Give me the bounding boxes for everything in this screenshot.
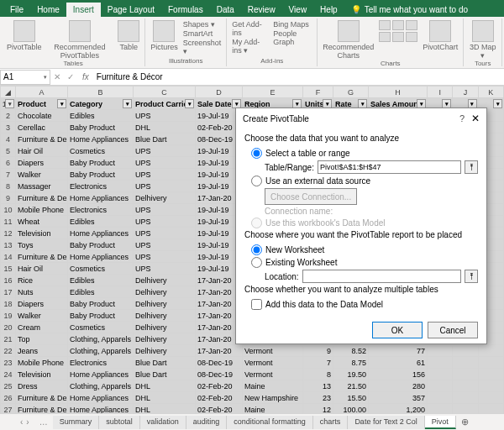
- row-header[interactable]: 22: [1, 345, 16, 357]
- cell[interactable]: Chocolate: [16, 110, 68, 122]
- pivottable-button[interactable]: PivotTable: [7, 20, 42, 51]
- menu-file[interactable]: File: [3, 3, 30, 17]
- cell[interactable]: 12: [303, 404, 333, 414]
- table-header-cell[interactable]: Category: [68, 98, 134, 110]
- cell[interactable]: 21.50: [333, 380, 369, 392]
- cell[interactable]: Vermont: [243, 369, 303, 380]
- menu-help[interactable]: Help: [313, 3, 344, 17]
- cell[interactable]: Maine: [243, 380, 303, 392]
- cell[interactable]: Walker: [16, 310, 68, 322]
- col-header[interactable]: A: [16, 87, 68, 98]
- table-header-cell[interactable]: Product: [16, 98, 68, 110]
- new-sheet-button[interactable]: ⊕: [456, 415, 474, 429]
- cell[interactable]: Television: [16, 369, 68, 380]
- row-header[interactable]: 23: [1, 357, 16, 369]
- cell[interactable]: Mobile Phone: [16, 204, 68, 216]
- tab-nav-next[interactable]: ›: [26, 417, 34, 427]
- cell[interactable]: UPS: [134, 169, 196, 181]
- table-header-cell[interactable]: Product Carrier: [134, 98, 196, 110]
- cell[interactable]: 9: [303, 345, 333, 357]
- sheet-tab[interactable]: Pivot: [425, 416, 456, 429]
- cell[interactable]: Baby Product: [68, 169, 134, 181]
- row-header[interactable]: 16: [1, 275, 16, 286]
- cell[interactable]: Delhivery: [134, 322, 196, 333]
- cell[interactable]: DHL: [134, 392, 196, 404]
- cell[interactable]: Home Appliances: [68, 228, 134, 239]
- col-header[interactable]: E: [243, 87, 303, 98]
- chart-type-icon[interactable]: [392, 20, 404, 30]
- row-header[interactable]: 20: [1, 322, 16, 333]
- col-header[interactable]: D: [196, 87, 243, 98]
- cell[interactable]: Delhivery: [134, 192, 196, 204]
- table-button[interactable]: Table: [118, 20, 139, 51]
- sheet-tab[interactable]: Summary: [53, 416, 100, 429]
- close-icon[interactable]: ✕: [471, 113, 480, 124]
- formula-input[interactable]: Furniture & Décor: [94, 72, 504, 81]
- fx-icon[interactable]: fx: [77, 72, 94, 81]
- cell[interactable]: Furniture & De: [16, 192, 68, 204]
- cell[interactable]: Baby Product: [68, 122, 134, 134]
- col-header[interactable]: C: [134, 87, 196, 98]
- cell[interactable]: Television: [16, 228, 68, 239]
- enter-icon[interactable]: ✓: [64, 72, 77, 81]
- location-picker-icon[interactable]: ⭱: [465, 270, 478, 283]
- col-header[interactable]: B: [68, 87, 134, 98]
- cell[interactable]: 8.75: [333, 357, 369, 369]
- cell[interactable]: Edibles: [68, 216, 134, 228]
- cell[interactable]: Hair Oil: [16, 263, 68, 275]
- cell[interactable]: UPS: [134, 181, 196, 192]
- cell[interactable]: Home Appliances: [68, 369, 134, 380]
- col-header[interactable]: G: [333, 87, 369, 98]
- row-header[interactable]: 21: [1, 333, 16, 345]
- cell[interactable]: Wheat: [16, 216, 68, 228]
- cell[interactable]: 8.52: [333, 345, 369, 357]
- cell[interactable]: Baby Product: [68, 298, 134, 310]
- select-all[interactable]: ◢: [1, 87, 16, 98]
- cell[interactable]: Electronics: [68, 181, 134, 192]
- cell[interactable]: Clothing, Apparels: [68, 345, 134, 357]
- cell[interactable]: Baby Product: [68, 239, 134, 251]
- cancel-icon[interactable]: ✕: [50, 72, 64, 81]
- tab-nav-prev[interactable]: ‹: [17, 417, 26, 427]
- sheet-tab[interactable]: subtotal: [99, 416, 140, 429]
- rec-charts-button[interactable]: Recommended Charts: [323, 20, 374, 60]
- cell[interactable]: Home Appliances: [68, 192, 134, 204]
- sheet-tab[interactable]: Date for Text 2 Col: [348, 416, 424, 429]
- pivotchart-button[interactable]: PivotChart: [423, 20, 458, 51]
- cell[interactable]: UPS: [134, 263, 196, 275]
- cell[interactable]: DHL: [134, 404, 196, 414]
- row-header[interactable]: 19: [1, 310, 16, 322]
- cell[interactable]: 156: [369, 369, 428, 380]
- menu-home[interactable]: Home: [30, 3, 66, 17]
- cancel-button[interactable]: Cancel: [428, 322, 478, 338]
- menu-review[interactable]: Review: [241, 3, 282, 17]
- cell[interactable]: Massager: [16, 181, 68, 192]
- row-header[interactable]: 3: [1, 122, 16, 134]
- radio-existing-ws[interactable]: Existing Worksheet: [251, 257, 478, 268]
- help-icon[interactable]: ?: [459, 113, 465, 123]
- cell[interactable]: Mobile Phone: [16, 357, 68, 369]
- cell[interactable]: Home Appliances: [68, 392, 134, 404]
- get-addins-button[interactable]: Get Add-ins: [232, 20, 268, 37]
- range-picker-icon[interactable]: ⭱: [465, 160, 478, 174]
- cell[interactable]: UPS: [134, 216, 196, 228]
- location-input[interactable]: [302, 270, 461, 283]
- cell[interactable]: 02-Feb-20: [196, 380, 243, 392]
- cell[interactable]: 77: [369, 345, 428, 357]
- cell[interactable]: Delhivery: [134, 298, 196, 310]
- cell[interactable]: 08-Dec-19: [196, 357, 243, 369]
- row-header[interactable]: 1: [1, 98, 16, 110]
- cell[interactable]: UPS: [134, 251, 196, 263]
- chart-type-icon[interactable]: [392, 32, 404, 42]
- cell[interactable]: New Hampshire: [243, 392, 303, 404]
- radio-new-ws[interactable]: New Worksheet: [251, 244, 478, 255]
- cell[interactable]: Jeans: [16, 345, 68, 357]
- cell[interactable]: Blue Dart: [134, 134, 196, 145]
- cell[interactable]: UPS: [134, 110, 196, 122]
- cell[interactable]: Electronics: [68, 357, 134, 369]
- cell[interactable]: Furniture & De: [16, 134, 68, 145]
- menu-formulas[interactable]: Formulas: [161, 3, 210, 17]
- table-range-input[interactable]: [318, 160, 461, 174]
- 3d-map-button[interactable]: 3D Map ▾: [469, 20, 496, 60]
- row-header[interactable]: 5: [1, 145, 16, 157]
